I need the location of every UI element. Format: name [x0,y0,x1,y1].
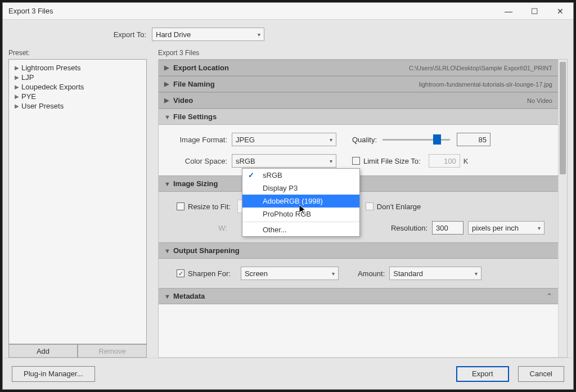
export-panels: ▶ Export Location C:\Users\SLRLO\Desktop… [158,59,568,358]
export-location-summary: C:\Users\SLRLO\Desktop\Sample Export\01_… [409,65,552,71]
quality-input[interactable] [457,133,490,146]
dont-enlarge-checkbox: Don't Enlarge [366,202,421,211]
triangle-right-icon: ▶ [15,65,21,71]
footer: Plug-in Manager... Export Cancel [3,358,573,389]
dropdown-option-adobergb[interactable]: AdobeRGB (1998) [242,195,359,208]
resolution-input[interactable] [432,221,464,235]
export-dialog: Export 3 Files — ☐ ✕ Export To: Hard Dri… [2,2,574,390]
section-file-settings[interactable]: ▼ File Settings [159,109,558,125]
preset-item[interactable]: ▶PYE [11,92,144,101]
section-output-sharpening[interactable]: ▼ Output Sharpening [159,242,558,259]
chevron-down-icon: ▾ [330,137,332,143]
resize-to-fit-checkbox[interactable]: Resize to Fit: [177,202,231,211]
sharpen-for-select[interactable]: Screen ▾ [241,267,339,280]
section-export-location[interactable]: ▶ Export Location C:\Users\SLRLO\Desktop… [159,60,558,76]
triangle-down-icon: ▼ [164,181,173,187]
triangle-down-icon: ▼ [164,247,173,254]
right-panel-label: Export 3 Files [158,49,568,57]
close-button[interactable]: ✕ [547,3,573,20]
limit-file-size-checkbox[interactable]: Limit File Size To: [352,157,421,165]
dropdown-option-displayp3[interactable]: Display P3 [242,182,359,195]
export-button[interactable]: Export [456,366,509,382]
triangle-down-icon: ▼ [164,293,173,300]
window-title: Export 3 Files [8,7,496,15]
color-space-label: Color Space: [172,157,232,165]
triangle-down-icon: ▼ [164,114,173,120]
color-space-select[interactable]: sRGB ▾ [232,154,336,168]
triangle-right-icon: ▶ [15,74,21,80]
maximize-button[interactable]: ☐ [521,3,547,20]
limit-file-size-input[interactable] [429,154,460,168]
triangle-right-icon: ▶ [164,80,173,88]
checkbox-icon [366,202,374,210]
preset-item[interactable]: ▶Lightroom Presets [11,63,144,73]
chevron-down-icon: ▾ [538,225,541,231]
plugin-manager-button[interactable]: Plug-in Manager... [12,366,95,382]
dropdown-option-other[interactable]: Other... [242,223,359,236]
triangle-right-icon: ▶ [15,93,21,100]
triangle-right-icon: ▶ [15,103,21,109]
resolution-unit-select[interactable]: pixels per inch ▾ [468,221,544,235]
export-to-select[interactable]: Hard Drive ▾ [152,28,264,41]
chevron-down-icon: ▾ [258,31,260,38]
section-metadata[interactable]: ▼ Metadata ⌃ [159,288,558,304]
remove-preset-button: Remove [78,344,147,358]
amount-label: Amount: [358,269,385,278]
section-video[interactable]: ▶ Video No Video [159,92,558,109]
add-preset-button[interactable]: Add [8,344,78,358]
sharpen-for-checkbox[interactable]: Sharpen For: [177,269,231,278]
dropdown-option-srgb[interactable]: sRGB [242,169,359,182]
export-to-row: Export To: Hard Drive ▾ [3,20,573,49]
section-file-naming[interactable]: ▶ File Naming lightroom-fundamental-tuto… [159,76,558,92]
output-sharpening-body: Sharpen For: Screen ▾ Amount: [159,259,558,288]
dropdown-option-prophoto[interactable]: ProPhoto RGB [242,208,359,220]
scrollbar[interactable] [558,60,567,357]
video-summary: No Video [527,97,552,104]
slider-thumb[interactable] [433,134,441,145]
width-label: W: [172,224,232,232]
image-format-label: Image Format: [172,136,232,144]
export-to-label: Export To: [3,30,152,39]
titlebar: Export 3 Files — ☐ ✕ [3,3,573,20]
color-space-dropdown[interactable]: sRGB Display P3 AdobeRGB (1998) ProPhoto… [242,168,360,237]
triangle-right-icon: ▶ [164,97,173,104]
triangle-right-icon: ▶ [15,84,21,90]
quality-slider[interactable] [382,136,450,143]
checkbox-icon [177,202,184,210]
chevron-down-icon: ▾ [330,158,332,164]
quality-label: Quality: [352,136,377,144]
preset-item[interactable]: ▶Loupedeck Exports [11,82,144,92]
scroll-thumb[interactable] [560,62,566,174]
preset-list[interactable]: ▶Lightroom Presets ▶LJP ▶Loupedeck Expor… [8,59,147,344]
preset-label: Preset: [8,49,147,57]
checkbox-icon [352,157,360,165]
preset-item[interactable]: ▶User Presets [11,101,144,111]
triangle-right-icon: ▶ [164,64,173,71]
amount-select[interactable]: Standard ▾ [389,267,482,280]
checkbox-checked-icon [177,269,184,277]
image-format-select[interactable]: JPEG ▾ [232,133,336,146]
chevron-down-icon: ▾ [332,271,335,277]
minimize-button[interactable]: — [496,3,521,20]
preset-item[interactable]: ▶LJP [11,73,144,82]
limit-unit-label: K [464,157,469,165]
cancel-button[interactable]: Cancel [518,366,564,382]
resolution-label: Resolution: [391,224,428,232]
file-naming-summary: lightroom-fundamental-tutorials-slr-loun… [419,81,552,88]
chevron-down-icon: ▾ [475,271,478,277]
